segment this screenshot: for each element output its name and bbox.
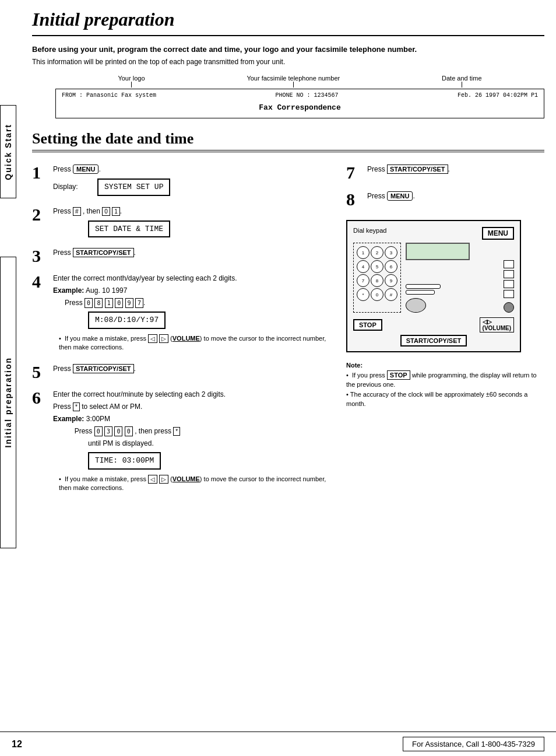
step-8: 8 Press MENU. xyxy=(346,191,544,208)
step-2: 2 Press # , then 0 1. SET DATE & TIME xyxy=(32,206,335,240)
volume-arrows[interactable]: ◁▷(VOLUME) xyxy=(480,317,514,332)
step2-hash-key[interactable]: # xyxy=(73,207,81,216)
note-title: Note: xyxy=(346,360,544,370)
key-0[interactable]: 0 xyxy=(371,288,383,301)
left-column: 1 Press MENU. Display: SYSTEM SET UP 2 xyxy=(32,164,335,505)
page-title: Initial preparation xyxy=(32,9,544,30)
step2-0-key[interactable]: 0 xyxy=(102,207,110,216)
keypad-section: Dial keypad MENU 1 2 3 4 5 6 xyxy=(346,220,544,352)
step2-1-key[interactable]: 1 xyxy=(112,207,120,216)
step2-display: SET DATE & TIME xyxy=(88,220,170,238)
key-5[interactable]: 5 xyxy=(371,260,383,273)
step4-example: Example: Aug. 10 1997 xyxy=(53,285,335,296)
side-btn-3[interactable] xyxy=(504,280,514,288)
step-1: 1 Press MENU. Display: SYSTEM SET UP xyxy=(32,164,335,198)
step6-until: until PM is displayed. xyxy=(88,438,335,449)
label-date-time: Date and time xyxy=(442,75,481,88)
step-number-5: 5 xyxy=(32,363,48,381)
key-9[interactable]: 9 xyxy=(385,274,397,287)
step-number-4: 4 xyxy=(32,273,48,290)
sidebar-initial-prep: Initial preparation xyxy=(0,257,16,548)
key-7[interactable]: 7 xyxy=(357,274,370,287)
step-6-content: Enter the correct hour/minute by selecti… xyxy=(53,389,335,496)
sidebar-quick-start: Quick Start xyxy=(0,105,16,198)
step-8-content: Press MENU. xyxy=(367,191,544,201)
key-hash[interactable]: # xyxy=(385,288,397,301)
step-number-8: 8 xyxy=(346,191,363,208)
step6-display: TIME: 03:00PM xyxy=(88,452,161,470)
side-btn-4[interactable] xyxy=(504,290,514,298)
section-title: Setting the date and time xyxy=(32,130,544,152)
key-1[interactable]: 1 xyxy=(357,246,370,259)
key-3[interactable]: 3 xyxy=(385,246,397,259)
key-star[interactable]: * xyxy=(357,288,370,301)
step-6: 6 Enter the correct hour/minute by selec… xyxy=(32,389,335,496)
step7-key[interactable]: START/COPY/SET xyxy=(387,164,448,174)
from-line: FROM : Panasonic Fax system xyxy=(62,92,156,99)
step-5: 5 Press START/COPY/SET. xyxy=(32,363,335,381)
step6-example: Example: 3:00PM xyxy=(53,414,335,424)
step-number-2: 2 xyxy=(32,206,48,223)
label-your-fax: Your facsimile telephone number xyxy=(247,75,340,88)
keypad-keys: 1 2 3 4 5 6 7 8 9 * 0 # xyxy=(357,246,397,301)
key-8[interactable]: 8 xyxy=(371,274,383,287)
step6-text: Enter the correct hour/minute by selecti… xyxy=(53,389,335,400)
side-btn-1[interactable] xyxy=(504,260,514,268)
keypad-diagram: Dial keypad MENU 1 2 3 4 5 6 xyxy=(346,220,521,352)
step5-text: Press xyxy=(53,365,73,373)
step-3-content: Press START/COPY/SET. xyxy=(53,247,335,258)
step-number-7: 7 xyxy=(346,164,363,181)
step1-display: SYSTEM SET UP xyxy=(97,178,170,196)
step4-bullet: If you make a mistake, press ◁ ▷ (VOLUME… xyxy=(59,334,335,352)
display-label: Display: xyxy=(53,183,78,191)
stop-btn[interactable]: STOP xyxy=(353,319,382,331)
step4-text: Enter the correct month/day/year by sele… xyxy=(53,273,335,284)
step3-text: Press xyxy=(53,249,73,257)
label-your-logo: Your logo xyxy=(118,75,145,88)
title-divider xyxy=(32,35,544,36)
step2-text: Press xyxy=(53,207,73,215)
step-number-1: 1 xyxy=(32,164,48,181)
key-4[interactable]: 4 xyxy=(357,260,370,273)
step1-text: Press xyxy=(53,165,73,173)
step-4-content: Enter the correct month/day/year by sele… xyxy=(53,273,335,355)
key-2[interactable]: 2 xyxy=(371,246,383,259)
assistance-text: For Assistance, Call 1-800-435-7329 xyxy=(403,737,544,751)
footer: 12 For Assistance, Call 1-800-435-7329 xyxy=(0,732,556,756)
step4-press: Press 0 8 1 0 9 7. xyxy=(53,298,335,308)
intro-normal: This information will be printed on the … xyxy=(32,58,544,66)
step4-display: M:08/D:10/Y:97 xyxy=(88,312,166,329)
step5-start-key[interactable]: START/COPY/SET xyxy=(73,364,134,373)
step3-start-key[interactable]: START/COPY/SET xyxy=(73,248,134,257)
step2-mid: , then xyxy=(83,207,102,215)
note-box: Note: If you press STOP while programmin… xyxy=(346,360,544,409)
header-labels: Your logo Your facsimile telephone numbe… xyxy=(55,75,544,88)
phone-line: PHONE NO : 1234567 xyxy=(275,92,338,99)
step-7-content: Press START/COPY/SET. xyxy=(367,164,544,174)
step6-bullet: If you make a mistake, press ◁ ▷ (VOLUME… xyxy=(59,475,335,493)
step8-key[interactable]: MENU xyxy=(387,191,413,201)
step-2-content: Press # , then 0 1. SET DATE & TIME xyxy=(53,206,335,240)
header-example-box: FROM : Panasonic Fax system PHONE NO : 1… xyxy=(55,89,544,118)
step-4: 4 Enter the correct month/day/year by se… xyxy=(32,273,335,355)
note-line2: The accuracy of the clock will be approx… xyxy=(346,390,544,409)
keypad-display xyxy=(406,243,470,260)
fax-title: Fax Correspondence xyxy=(62,103,538,112)
start-copy-set-bottom[interactable]: START/COPY/SET xyxy=(400,335,467,346)
note-line1: If you press STOP while programming, the… xyxy=(346,370,544,390)
step-1-content: Press MENU. Display: SYSTEM SET UP xyxy=(53,164,335,198)
step6-press: Press 0 3 0 0 , then press * xyxy=(53,426,335,436)
page-number: 12 xyxy=(12,739,22,750)
keypad-menu-btn[interactable]: MENU xyxy=(482,227,514,240)
key-6[interactable]: 6 xyxy=(385,260,397,273)
side-btn-2[interactable] xyxy=(504,270,514,278)
note-stop-key[interactable]: STOP xyxy=(387,370,410,380)
intro-bold: Before using your unit, program the corr… xyxy=(32,44,544,55)
dial-keypad-label: Dial keypad xyxy=(353,227,386,234)
right-column: 7 Press START/COPY/SET. 8 Press MENU. xyxy=(346,164,544,505)
date-line: Feb. 26 1997 04:02PM P1 xyxy=(458,92,538,99)
step-3: 3 Press START/COPY/SET. xyxy=(32,247,335,265)
step-number-3: 3 xyxy=(32,247,48,265)
step-5-content: Press START/COPY/SET. xyxy=(53,363,335,374)
step1-menu-key[interactable]: MENU xyxy=(73,164,98,174)
